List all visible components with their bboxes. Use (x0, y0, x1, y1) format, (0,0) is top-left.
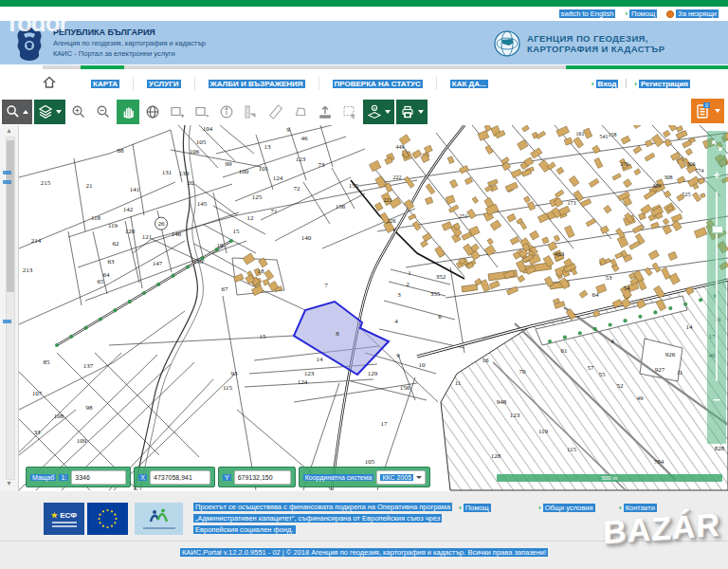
svg-text:123: 123 (510, 412, 520, 419)
home-icon[interactable] (42, 75, 57, 93)
nav-auth: › Вход › Регистрация (592, 79, 690, 88)
previous-extent-button[interactable] (191, 100, 213, 124)
footer-help-link[interactable]: › Помощ (459, 504, 491, 512)
expand-arrows-icon[interactable] (712, 140, 722, 153)
svg-text:128: 128 (491, 452, 501, 460)
svg-text:4: 4 (394, 318, 398, 325)
svg-text:115: 115 (223, 384, 233, 392)
nav-item-uslugi[interactable]: УСЛУГИ (133, 77, 193, 90)
svg-text:948: 948 (497, 398, 507, 406)
svg-text:11: 11 (677, 369, 683, 376)
svg-text:9: 9 (396, 352, 400, 359)
svg-text:142: 142 (123, 206, 134, 213)
svg-text:156: 156 (400, 384, 410, 392)
pan-tool-button[interactable] (117, 100, 139, 124)
scale-input[interactable] (71, 470, 126, 485)
globe-button[interactable] (141, 100, 164, 124)
crs-label: Координатна система (303, 474, 374, 481)
nav-item-zhalbi[interactable]: ЖАЛБИ И ВЪЗРАЖЕНИЯ (194, 77, 318, 90)
project-text-line3: Европейския социален фонд. (193, 525, 296, 534)
map-canvas[interactable]: 2158821141142118119120121626364652142131… (19, 125, 728, 491)
chevron-right-icon: › (619, 504, 622, 512)
print-dropdown[interactable] (396, 100, 428, 124)
chevron-right-icon: › (634, 80, 637, 88)
svg-text:101: 101 (259, 165, 269, 173)
svg-text:159: 159 (193, 258, 204, 266)
nav-item-kak-da[interactable]: КАК ДА... (436, 77, 501, 90)
svg-text:100: 100 (239, 168, 249, 175)
left-scrollbar-thumb[interactable] (7, 140, 14, 292)
search-button[interactable] (2, 100, 32, 124)
switch-language-link[interactable]: switch to English (559, 9, 616, 18)
crs-value: ККС 2005 (380, 474, 413, 481)
footer-terms-link[interactable]: › Общи условия (538, 504, 595, 512)
zoom-in-icon[interactable]: + (713, 168, 720, 182)
svg-text:251: 251 (460, 213, 468, 219)
svg-text:158: 158 (609, 132, 617, 138)
login-link[interactable]: › Вход (592, 80, 618, 88)
x-coordinate-input[interactable] (150, 470, 210, 485)
nav-item-proverka[interactable]: ПРОВЕРКА НА СТАТУС (318, 77, 436, 90)
zoom-in-button[interactable] (67, 100, 90, 124)
svg-text:53: 53 (606, 274, 613, 282)
left-panel-collapsed[interactable]: ▲ ▼ (0, 125, 19, 491)
upload-button[interactable] (314, 100, 337, 124)
nav-items: КАРТА УСЛУГИ ЖАЛБИ И ВЪЗРАЖЕНИЯ ПРОВЕРКА… (78, 77, 501, 90)
zoom-extent-button[interactable] (166, 100, 189, 124)
x-label: X (138, 474, 147, 481)
crs-select[interactable]: ККС 2005 (376, 470, 426, 485)
svg-text:774: 774 (696, 168, 704, 174)
svg-text:73: 73 (318, 161, 326, 169)
nav-item-karta[interactable]: КАРТА (78, 77, 133, 90)
svg-text:156: 156 (336, 203, 346, 211)
svg-text:927: 927 (655, 366, 665, 374)
x-coordinate-pill: X (134, 467, 215, 487)
svg-text:99: 99 (226, 160, 233, 168)
svg-text:14: 14 (317, 356, 324, 363)
map-status-bar: Мащаб 1: X Y Координатна система ККС 200… (26, 467, 430, 487)
select-region-button[interactable] (338, 100, 361, 124)
scroll-down-icon[interactable]: ▼ (0, 480, 18, 486)
cart-menu-button[interactable]: 0 (691, 99, 724, 123)
y-coordinate-input[interactable] (234, 470, 291, 485)
svg-text:124: 124 (273, 174, 283, 182)
svg-text:131: 131 (162, 169, 173, 176)
map-zoom-strip: + − (707, 131, 726, 444)
footer-project-text: Проектът се осъществява с финансовата по… (193, 502, 452, 536)
scale-pill: Мащаб 1: (26, 467, 131, 487)
top-links-bar: switch to English › Помощ За незрящи (0, 7, 728, 21)
svg-text:104: 104 (203, 125, 213, 133)
svg-text:222: 222 (393, 174, 402, 180)
caret-down-icon (715, 109, 720, 113)
info-tool-button[interactable] (215, 100, 238, 124)
scroll-up-icon[interactable]: ▲ (0, 127, 18, 134)
svg-text:828: 828 (715, 445, 725, 452)
map-scalebar: 500 m (497, 474, 722, 482)
help-link[interactable]: › Помощ (625, 9, 657, 18)
layers-button[interactable] (34, 100, 65, 124)
svg-text:46: 46 (301, 135, 309, 142)
main-nav: КАРТА УСЛУГИ ЖАЛБИ И ВЪЗРАЖЕНИЯ ПРОВЕРКА… (0, 69, 728, 98)
zoom-slider-thumb[interactable] (712, 226, 723, 233)
svg-text:1: 1 (408, 269, 411, 277)
svg-text:67: 67 (222, 285, 229, 293)
header-portal: КАИС - Портал за електронни услуги (53, 49, 175, 58)
zoom-slider[interactable] (716, 192, 718, 381)
register-link[interactable]: › Регистрация (634, 80, 690, 88)
svg-text:9: 9 (286, 126, 290, 134)
crs-pill: Координатна система ККС 2005 (299, 467, 430, 487)
measure-area-button[interactable] (289, 100, 312, 124)
zoom-out-icon[interactable]: − (713, 393, 720, 407)
measure-ruler-button[interactable] (240, 100, 263, 124)
measure-distance-button[interactable] (264, 100, 287, 124)
map-info-dropdown[interactable] (363, 100, 394, 124)
svg-text:49: 49 (637, 395, 645, 402)
zoom-out-button[interactable] (92, 100, 115, 124)
svg-text:15: 15 (260, 333, 267, 340)
svg-text:62: 62 (113, 240, 120, 248)
svg-text:784: 784 (654, 458, 664, 466)
svg-text:17: 17 (381, 420, 389, 428)
svg-text:7: 7 (324, 282, 328, 289)
accessibility-link[interactable]: За незрящи (666, 9, 719, 18)
svg-text:119: 119 (538, 428, 549, 435)
